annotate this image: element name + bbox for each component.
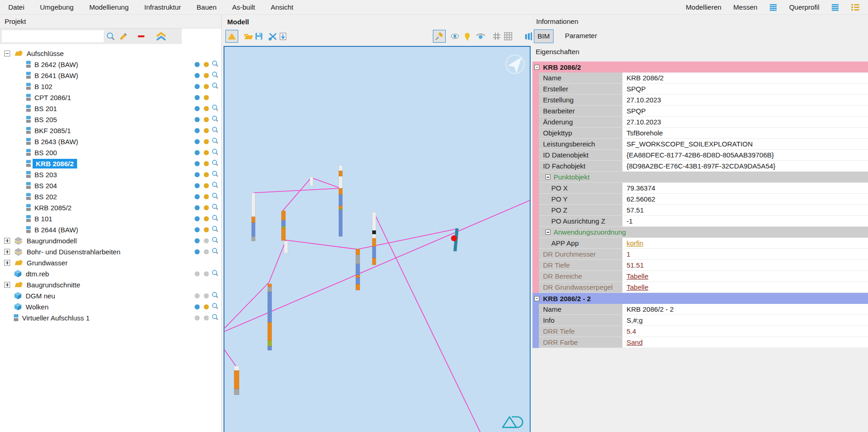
list-blue-icon[interactable] bbox=[831, 4, 839, 11]
tab-bim[interactable]: BIM bbox=[534, 29, 554, 43]
tree-item[interactable]: BS 203 bbox=[0, 169, 221, 180]
inspect-icon[interactable] bbox=[212, 247, 219, 257]
menu-item-ansicht[interactable]: Ansicht bbox=[271, 3, 293, 11]
expand-icon[interactable] bbox=[4, 282, 10, 288]
save-icon[interactable] bbox=[252, 30, 265, 43]
pin-icon[interactable] bbox=[433, 30, 446, 43]
visibility-dot-blue[interactable] bbox=[195, 249, 200, 254]
borehole-column[interactable] bbox=[252, 193, 255, 241]
tree-item[interactable]: B 102 bbox=[0, 81, 221, 92]
borehole-column[interactable] bbox=[310, 177, 313, 186]
tree-item[interactable]: Baugrundmodell bbox=[0, 235, 221, 246]
visibility-dot-yellow[interactable] bbox=[204, 194, 209, 199]
borehole-column[interactable] bbox=[284, 241, 288, 253]
tree-item[interactable]: B 2642 (BAW) bbox=[0, 59, 221, 70]
collapse-icon[interactable] bbox=[156, 32, 166, 41]
tree-item-label[interactable]: Wolken bbox=[26, 303, 49, 311]
tree-item[interactable]: B 101 bbox=[0, 213, 221, 224]
visibility-dot-yellow[interactable] bbox=[204, 73, 209, 78]
visibility-dot-blue[interactable] bbox=[195, 183, 200, 188]
selected-borehole[interactable] bbox=[451, 228, 459, 251]
remove-icon[interactable] bbox=[137, 32, 147, 41]
visibility-dot-blue[interactable] bbox=[195, 205, 200, 210]
visibility-dot-yellow[interactable] bbox=[204, 304, 209, 309]
tree-item-label[interactable]: BS 200 bbox=[34, 149, 57, 157]
borehole-column[interactable] bbox=[372, 212, 376, 265]
visibility-dot-blue[interactable] bbox=[195, 73, 200, 78]
property-value-link[interactable]: Tabelle bbox=[627, 272, 649, 280]
inspect-icon[interactable] bbox=[212, 71, 219, 80]
eye-icon[interactable] bbox=[448, 30, 461, 43]
property-subgroup-header[interactable]: Punktobjekt bbox=[539, 172, 868, 183]
property-value-link[interactable]: Tabelle bbox=[627, 283, 649, 291]
borehole-column[interactable] bbox=[234, 366, 239, 395]
tree-item[interactable]: Grundwasser bbox=[0, 257, 221, 268]
expand-icon[interactable] bbox=[4, 260, 10, 266]
visibility-dot-yellow[interactable] bbox=[204, 106, 209, 111]
visibility-dot-blue[interactable] bbox=[195, 139, 200, 144]
inspect-icon[interactable] bbox=[212, 269, 219, 279]
tree-item-label[interactable]: Aufschlüsse bbox=[27, 50, 64, 57]
borehole-columns[interactable] bbox=[234, 165, 376, 395]
visibility-dot-yellow[interactable] bbox=[204, 216, 209, 221]
tree-item-label[interactable]: BKF 2085/1 bbox=[34, 127, 71, 135]
menu-item-messen[interactable]: Messen bbox=[734, 3, 758, 11]
menu-item-bauen[interactable]: Bauen bbox=[196, 3, 216, 11]
tree-item[interactable]: BS 205 bbox=[0, 114, 221, 125]
borehole-column[interactable] bbox=[356, 249, 360, 290]
visibility-dot-yellow[interactable] bbox=[204, 183, 209, 188]
tree-item[interactable]: BS 200 bbox=[0, 147, 221, 158]
borehole-column[interactable] bbox=[281, 211, 286, 241]
inspect-icon[interactable] bbox=[212, 82, 219, 91]
property-group-header[interactable]: KRB 2086/2 bbox=[532, 62, 868, 73]
expand-icon[interactable] bbox=[4, 238, 10, 244]
visibility-dot-gray[interactable] bbox=[204, 238, 209, 243]
tree-item-label[interactable]: dtm.reb bbox=[26, 270, 49, 278]
menu-item-umgebung[interactable]: Umgebung bbox=[40, 3, 73, 11]
inspect-icon[interactable] bbox=[212, 181, 219, 191]
tree-item-label[interactable]: BS 205 bbox=[34, 116, 57, 123]
tree-item-label[interactable]: B 2642 (BAW) bbox=[34, 61, 78, 68]
tree-item-label[interactable]: BS 202 bbox=[34, 193, 57, 201]
visibility-dot-blue[interactable] bbox=[195, 128, 200, 133]
marker-icon[interactable] bbox=[461, 30, 474, 43]
inspect-icon[interactable] bbox=[212, 303, 219, 312]
collapse-node-icon[interactable] bbox=[4, 50, 10, 56]
menu-item-modellieren[interactable]: Modellieren bbox=[686, 3, 722, 11]
inspect-icon[interactable] bbox=[212, 115, 219, 124]
tree-item-label[interactable]: B 102 bbox=[34, 83, 52, 90]
visibility-dot-blue[interactable] bbox=[195, 238, 200, 243]
inspect-icon[interactable] bbox=[212, 148, 219, 157]
property-subgroup-header[interactable]: Anwendungszuordnung bbox=[539, 227, 868, 238]
visibility-dot-yellow[interactable] bbox=[204, 84, 209, 89]
tree-item[interactable]: Wolken bbox=[0, 301, 221, 312]
tree-item[interactable]: DGM neu bbox=[0, 290, 221, 301]
project-search-input[interactable] bbox=[2, 30, 104, 42]
visibility-dot-blue[interactable] bbox=[195, 84, 200, 89]
visibility-dot-gray[interactable] bbox=[204, 249, 209, 254]
borehole-column[interactable] bbox=[339, 165, 342, 236]
collapse-subgroup-icon[interactable] bbox=[545, 230, 550, 235]
tree-item[interactable]: B 2643 (BAW) bbox=[0, 136, 221, 147]
visibility-dot-yellow[interactable] bbox=[204, 150, 209, 155]
visibility-dot-blue[interactable] bbox=[195, 106, 200, 111]
model-scene[interactable] bbox=[224, 47, 530, 432]
visibility-dot-yellow[interactable] bbox=[204, 128, 209, 133]
visibility-dot-gray[interactable] bbox=[204, 293, 209, 298]
model-viewport[interactable] bbox=[224, 46, 531, 432]
inspect-icon[interactable] bbox=[212, 60, 219, 69]
visibility-dot-blue[interactable] bbox=[195, 62, 200, 67]
inspect-icon[interactable] bbox=[212, 170, 219, 180]
list-yellow-icon[interactable] bbox=[851, 4, 860, 11]
tree-item[interactable]: Aufschlüsse bbox=[0, 48, 221, 59]
menu-item-querprofil[interactable]: Querprofil bbox=[789, 3, 819, 11]
visibility-dot-gray[interactable] bbox=[195, 293, 200, 298]
tree-item-label[interactable]: KRB 2086/2 bbox=[33, 159, 77, 168]
tree-item[interactable]: BS 201 bbox=[0, 103, 221, 114]
tree-item-label[interactable]: CPT 2086/1 bbox=[34, 94, 71, 101]
tree-item[interactable]: KRB 2086/2 bbox=[0, 158, 221, 169]
edit-icon[interactable] bbox=[119, 32, 129, 41]
eye-brow-icon[interactable] bbox=[474, 30, 487, 43]
tree-item-label[interactable]: BS 201 bbox=[34, 105, 57, 112]
zoom-icon[interactable] bbox=[106, 32, 116, 41]
